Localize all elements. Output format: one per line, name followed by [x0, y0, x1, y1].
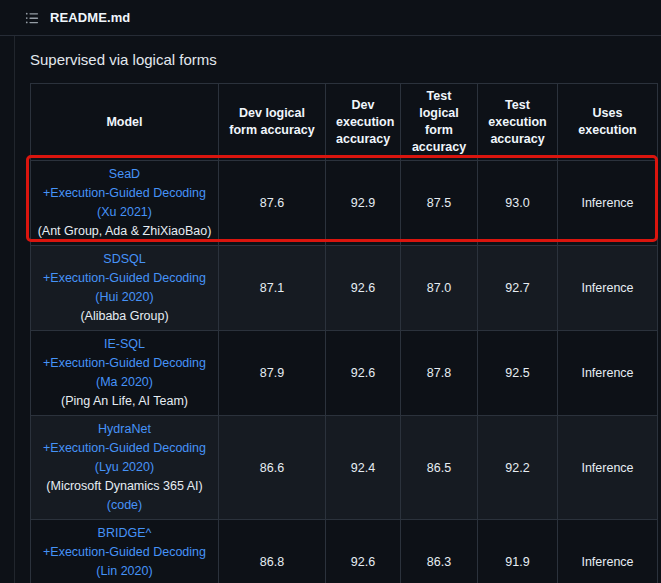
table-of-contents-button[interactable]: [25, 11, 39, 25]
model-cell: BRIDGE^ +Execution-Guided Decoding (Lin …: [31, 520, 219, 583]
dev-execution-accuracy-cell: 92.9: [326, 161, 401, 246]
col-header-test-logical: Test logical form accuracy: [401, 84, 478, 161]
model-link[interactable]: +Execution-Guided Decoding: [33, 269, 216, 288]
uses-execution-cell: Inference: [558, 331, 658, 416]
model-link[interactable]: +Execution-Guided Decoding: [33, 354, 216, 373]
uses-execution-cell: Inference: [558, 520, 658, 583]
test-execution-accuracy-cell: 92.7: [478, 246, 558, 331]
test-logical-accuracy-cell: 86.5: [401, 416, 478, 520]
model-cell: HydraNet +Execution-Guided Decoding (Lyu…: [31, 416, 219, 520]
code-link[interactable]: (code): [33, 496, 216, 515]
test-execution-accuracy-cell: 92.2: [478, 416, 558, 520]
table-row-hydranet: HydraNet +Execution-Guided Decoding (Lyu…: [31, 416, 658, 520]
table-row-sdsql: SDSQL +Execution-Guided Decoding (Hui 20…: [31, 246, 658, 331]
uses-execution-cell: Inference: [558, 416, 658, 520]
results-table: Model Dev logical form accuracy Dev exec…: [30, 83, 658, 583]
col-header-dev-logical: Dev logical form accuracy: [219, 84, 326, 161]
col-header-model: Model: [31, 84, 219, 161]
org-label: (Alibaba Group): [33, 307, 216, 326]
model-cell: SeaD +Execution-Guided Decoding (Xu 2021…: [31, 161, 219, 246]
uses-execution-cell: Inference: [558, 161, 658, 246]
table-header-row: Model Dev logical form accuracy Dev exec…: [31, 84, 658, 161]
model-link[interactable]: SDSQL: [33, 250, 216, 269]
dev-logical-accuracy-cell: 86.8: [219, 520, 326, 583]
test-execution-accuracy-cell: 91.9: [478, 520, 558, 583]
dev-logical-accuracy-cell: 87.1: [219, 246, 326, 331]
model-link[interactable]: +Execution-Guided Decoding: [33, 184, 216, 203]
model-cell: IE-SQL +Execution-Guided Decoding (Ma 20…: [31, 331, 219, 416]
uses-execution-cell: Inference: [558, 246, 658, 331]
dev-execution-accuracy-cell: 92.4: [326, 416, 401, 520]
dev-execution-accuracy-cell: 92.6: [326, 246, 401, 331]
dev-execution-accuracy-cell: 92.6: [326, 520, 401, 583]
table-row-sead: SeaD +Execution-Guided Decoding (Xu 2021…: [31, 161, 658, 246]
model-link[interactable]: BRIDGE^: [33, 524, 216, 543]
list-unordered-icon: [25, 11, 39, 25]
org-label: (Microsoft Dynamics 365 AI): [33, 477, 216, 496]
file-title: README.md: [50, 10, 130, 25]
model-link[interactable]: (Lin 2020): [33, 562, 216, 581]
org-label: (Ping An Life, AI Team): [33, 392, 216, 411]
col-header-uses-execution: Uses execution: [558, 84, 658, 161]
dev-execution-accuracy-cell: 92.6: [326, 331, 401, 416]
model-cell: SDSQL +Execution-Guided Decoding (Hui 20…: [31, 246, 219, 331]
readme-content: Supervised via logical forms Model Dev l…: [0, 36, 661, 583]
table-row-ie-sql: IE-SQL +Execution-Guided Decoding (Ma 20…: [31, 331, 658, 416]
dev-logical-accuracy-cell: 86.6: [219, 416, 326, 520]
readme-panel-left-border: [14, 0, 15, 583]
model-link[interactable]: (Ma 2020): [33, 373, 216, 392]
dev-logical-accuracy-cell: 87.6: [219, 161, 326, 246]
dev-logical-accuracy-cell: 87.9: [219, 331, 326, 416]
model-link[interactable]: (Lyu 2020): [33, 458, 216, 477]
model-link[interactable]: +Execution-Guided Decoding: [33, 439, 216, 458]
col-header-test-execution: Test execution accuracy: [478, 84, 558, 161]
model-link[interactable]: (Hui 2020): [33, 288, 216, 307]
col-header-dev-execution: Dev execution accuracy: [326, 84, 401, 161]
test-logical-accuracy-cell: 87.0: [401, 246, 478, 331]
file-header: README.md: [0, 0, 661, 36]
test-execution-accuracy-cell: 92.5: [478, 331, 558, 416]
table-row-bridge: BRIDGE^ +Execution-Guided Decoding (Lin …: [31, 520, 658, 583]
model-link[interactable]: (Xu 2021): [33, 203, 216, 222]
test-logical-accuracy-cell: 87.8: [401, 331, 478, 416]
test-logical-accuracy-cell: 87.5: [401, 161, 478, 246]
test-execution-accuracy-cell: 93.0: [478, 161, 558, 246]
model-link[interactable]: HydraNet: [33, 420, 216, 439]
section-heading: Supervised via logical forms: [30, 52, 661, 68]
model-link[interactable]: SeaD: [33, 165, 216, 184]
org-label: (Ant Group, Ada & ZhiXiaoBao): [33, 222, 216, 241]
model-link[interactable]: IE-SQL: [33, 335, 216, 354]
model-link[interactable]: +Execution-Guided Decoding: [33, 543, 216, 562]
test-logical-accuracy-cell: 86.3: [401, 520, 478, 583]
